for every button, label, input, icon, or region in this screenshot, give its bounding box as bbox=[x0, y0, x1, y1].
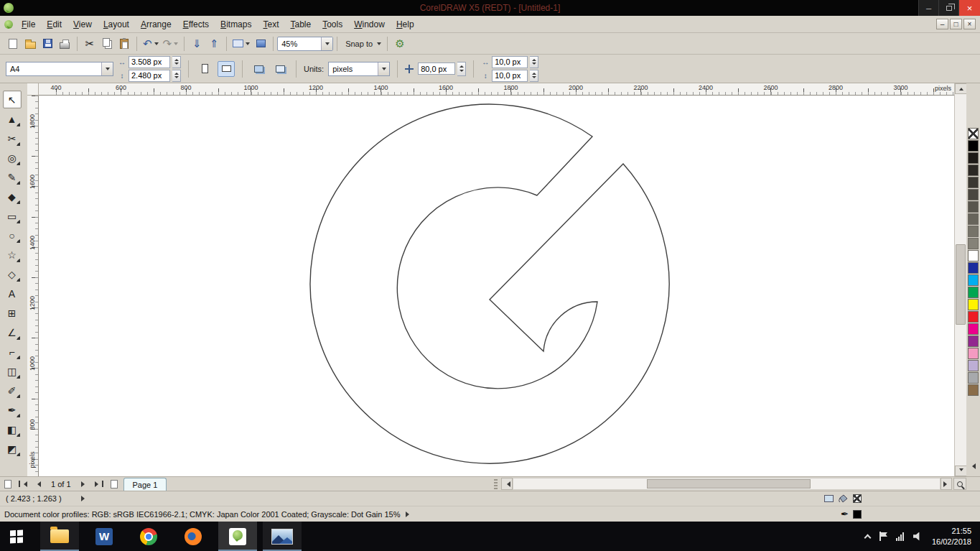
no-color-swatch[interactable] bbox=[968, 128, 979, 139]
ruler-origin-corner[interactable] bbox=[27, 83, 39, 96]
save-button[interactable] bbox=[39, 35, 56, 52]
color-swatch[interactable] bbox=[968, 384, 979, 396]
outline-color-swatch[interactable] bbox=[853, 510, 862, 519]
shape-tool[interactable]: ▲ bbox=[3, 110, 22, 128]
color-swatch[interactable] bbox=[968, 335, 979, 347]
palette-expand-button[interactable] bbox=[969, 459, 976, 472]
rectangle-tool[interactable]: ▭ bbox=[3, 207, 22, 225]
profiles-expander-button[interactable] bbox=[406, 510, 412, 519]
color-swatch[interactable] bbox=[968, 372, 979, 384]
color-swatch[interactable] bbox=[968, 299, 979, 310]
menu-window[interactable]: Window bbox=[348, 17, 391, 32]
fill-none-swatch[interactable] bbox=[853, 494, 862, 503]
color-swatch[interactable] bbox=[968, 238, 979, 249]
action-center-icon[interactable] bbox=[879, 532, 887, 541]
color-swatch[interactable] bbox=[968, 213, 979, 225]
vertical-scroll-thumb[interactable] bbox=[956, 244, 966, 325]
color-swatch[interactable] bbox=[968, 311, 979, 323]
menu-tools[interactable]: Tools bbox=[317, 17, 348, 32]
page-tab[interactable]: Page 1 bbox=[123, 478, 167, 491]
zoom-level-combo[interactable]: 45% bbox=[277, 37, 333, 51]
ellipse-tool[interactable]: ○ bbox=[3, 226, 22, 244]
paste-button[interactable] bbox=[116, 35, 133, 52]
color-swatch[interactable] bbox=[968, 274, 979, 286]
taskbar-chrome[interactable] bbox=[129, 522, 168, 551]
color-swatch[interactable] bbox=[968, 201, 979, 213]
color-swatch[interactable] bbox=[968, 189, 979, 200]
portrait-button[interactable] bbox=[196, 61, 213, 77]
color-swatch[interactable] bbox=[968, 152, 979, 164]
document-restore-button[interactable]: □ bbox=[950, 19, 962, 29]
undo-button[interactable]: ↶ bbox=[141, 35, 161, 52]
welcome-screen-button[interactable] bbox=[252, 35, 269, 52]
volume-icon[interactable] bbox=[913, 532, 923, 541]
document-close-button[interactable]: × bbox=[963, 19, 976, 29]
copy-button[interactable] bbox=[98, 35, 116, 52]
zoom-tool[interactable]: ◎ bbox=[3, 149, 22, 167]
dropdown-arrow-icon[interactable] bbox=[101, 62, 113, 75]
page-height-field[interactable] bbox=[129, 70, 170, 82]
snap-to-dropdown[interactable]: Snap to bbox=[341, 35, 383, 52]
color-swatch[interactable] bbox=[968, 250, 979, 261]
duplicate-distance-y-field[interactable] bbox=[492, 70, 528, 82]
next-page-button[interactable] bbox=[80, 481, 89, 487]
connector-tool[interactable]: ⌐ bbox=[3, 343, 22, 361]
menu-arrange[interactable]: Arrange bbox=[135, 17, 177, 32]
hidden-icons-chevron[interactable] bbox=[864, 534, 871, 541]
color-swatch[interactable] bbox=[968, 287, 979, 298]
fill-tool[interactable]: ◧ bbox=[3, 420, 22, 438]
zoom-corner-button[interactable] bbox=[953, 478, 966, 490]
pick-tool[interactable]: ↖ bbox=[3, 91, 22, 108]
application-launcher-button[interactable] bbox=[230, 35, 252, 52]
new-document-button[interactable] bbox=[4, 35, 22, 52]
start-button[interactable] bbox=[0, 522, 33, 551]
outline-pen-tool[interactable]: ✒ bbox=[3, 401, 22, 419]
scroll-down-button[interactable] bbox=[955, 466, 967, 476]
add-page-button[interactable] bbox=[3, 480, 13, 489]
current-page-button[interactable] bbox=[271, 61, 289, 77]
nudge-offset-field[interactable] bbox=[418, 62, 455, 75]
import-button[interactable]: ⇓ bbox=[188, 35, 205, 52]
menu-table[interactable]: Table bbox=[284, 17, 317, 32]
taskbar-coreldraw[interactable] bbox=[218, 522, 257, 551]
vertical-scrollbar[interactable] bbox=[954, 83, 966, 476]
page-width-spinner[interactable] bbox=[172, 56, 181, 68]
text-tool[interactable]: A bbox=[3, 284, 22, 302]
insert-page-button[interactable] bbox=[109, 480, 119, 489]
units-combo[interactable]: pixels bbox=[328, 62, 390, 76]
page-width-field[interactable] bbox=[129, 56, 170, 68]
horizontal-scrollbar[interactable] bbox=[513, 478, 941, 490]
vertical-ruler[interactable]: 18001600140012001000800 pixels bbox=[27, 96, 39, 476]
menu-view[interactable]: View bbox=[67, 17, 98, 32]
scroll-left-button[interactable] bbox=[501, 478, 513, 490]
previous-page-button[interactable] bbox=[33, 481, 42, 487]
export-button[interactable]: ⇑ bbox=[205, 35, 223, 52]
color-swatch[interactable] bbox=[968, 360, 979, 371]
color-swatch[interactable] bbox=[968, 140, 979, 152]
dropdown-arrow-icon[interactable] bbox=[378, 62, 389, 75]
taskbar-file-explorer[interactable] bbox=[40, 522, 79, 551]
scrollbar-splitter[interactable] bbox=[494, 479, 498, 489]
first-page-button[interactable] bbox=[17, 481, 29, 487]
taskbar-firefox[interactable] bbox=[174, 522, 213, 551]
color-swatch[interactable] bbox=[968, 348, 979, 359]
menu-edit[interactable]: Edit bbox=[41, 17, 67, 32]
drawing-canvas[interactable] bbox=[39, 96, 954, 476]
blend-tool[interactable]: ◫ bbox=[3, 362, 22, 380]
options-button[interactable]: ⚙ bbox=[391, 35, 409, 52]
scroll-right-button[interactable] bbox=[941, 478, 952, 490]
crop-tool[interactable]: ✂ bbox=[3, 129, 22, 147]
menu-file[interactable]: File bbox=[16, 17, 41, 32]
g-logo-shape[interactable] bbox=[310, 104, 669, 463]
taskbar-photos[interactable] bbox=[263, 522, 302, 551]
polygon-tool[interactable]: ☆ bbox=[3, 246, 22, 264]
last-page-button[interactable] bbox=[93, 481, 105, 487]
menu-text[interactable]: Text bbox=[257, 17, 284, 32]
menu-layout[interactable]: Layout bbox=[98, 17, 135, 32]
color-swatch[interactable] bbox=[968, 323, 979, 335]
redo-button[interactable]: ↷ bbox=[161, 35, 181, 52]
document-minimize-button[interactable]: – bbox=[936, 19, 948, 29]
taskbar-clock[interactable]: 21:55 16/02/2018 bbox=[932, 526, 971, 547]
nudge-offset-spinner[interactable] bbox=[457, 62, 466, 76]
restore-button[interactable] bbox=[938, 0, 958, 16]
